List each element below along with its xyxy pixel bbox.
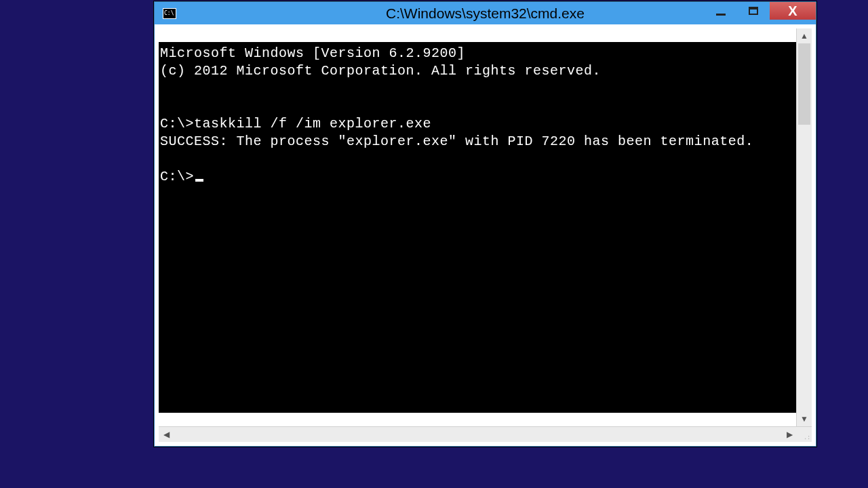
vertical-scrollbar[interactable]: ▲ ▼ [796, 28, 812, 426]
cursor [195, 179, 203, 182]
scroll-right-button[interactable]: ▶ [782, 427, 797, 442]
resize-grip-icon[interactable]: .: [797, 427, 812, 442]
window-controls: X [705, 2, 816, 20]
scroll-left-button[interactable]: ◀ [159, 427, 174, 442]
titlebar[interactable]: C:\Windows\system32\cmd.exe X [155, 2, 816, 24]
hscroll-track[interactable] [174, 427, 782, 442]
close-button[interactable]: X [770, 2, 816, 20]
console-line: (c) 2012 Microsoft Corporation. All righ… [160, 63, 601, 79]
minimize-button[interactable] [705, 2, 737, 20]
console-line: SUCCESS: The process "explorer.exe" with… [160, 134, 753, 149]
console-line: C:\>taskkill /f /im explorer.exe [160, 116, 431, 131]
console-prompt: C:\> [160, 169, 194, 184]
vscroll-track[interactable] [797, 43, 812, 411]
scroll-up-button[interactable]: ▲ [797, 28, 812, 43]
cmd-window: C:\Windows\system32\cmd.exe X Microsoft … [154, 1, 816, 447]
console-output[interactable]: Microsoft Windows [Version 6.2.9200] (c)… [159, 42, 796, 413]
scroll-down-button[interactable]: ▼ [797, 411, 812, 426]
console-line: Microsoft Windows [Version 6.2.9200] [160, 45, 465, 61]
client-area: Microsoft Windows [Version 6.2.9200] (c)… [159, 28, 812, 442]
maximize-button[interactable] [737, 2, 770, 20]
cmd-icon [163, 8, 176, 19]
vscroll-thumb[interactable] [798, 43, 810, 125]
horizontal-scrollbar[interactable]: ◀ ▶ .: [159, 426, 812, 442]
